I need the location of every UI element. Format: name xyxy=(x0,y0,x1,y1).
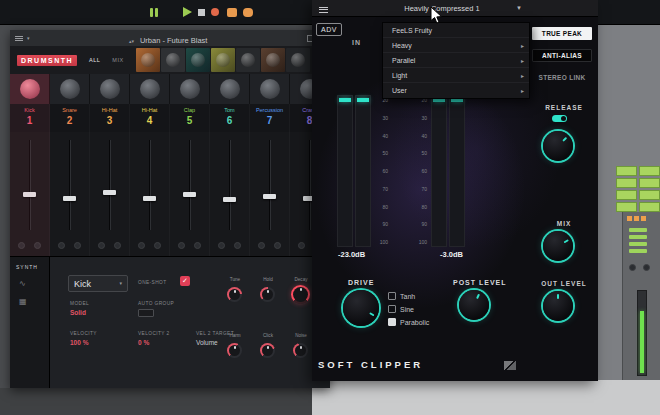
mixer-send[interactable] xyxy=(629,242,647,246)
kit-thumbnail[interactable] xyxy=(186,48,210,72)
mixer-knob[interactable] xyxy=(629,264,636,271)
hamburger-menu-icon[interactable] xyxy=(319,5,328,14)
preset-prev-next-icon[interactable]: ▴▾ xyxy=(129,38,135,44)
menu-item-feels-fruity[interactable]: FeeLS Fruity xyxy=(383,23,529,38)
preset-dropdown-icon[interactable]: ▼ xyxy=(516,5,522,11)
channel-knob[interactable] xyxy=(178,242,185,249)
vel2-target-value[interactable]: Volume xyxy=(196,339,218,346)
pad-percussion[interactable] xyxy=(250,74,290,104)
channel-knob[interactable] xyxy=(98,242,105,249)
record-icon[interactable] xyxy=(211,8,219,16)
tab-all[interactable]: ALL xyxy=(89,57,100,63)
instrument-selector[interactable]: Kick ▾ xyxy=(68,275,128,292)
model-value[interactable]: Solid xyxy=(70,309,86,316)
channel-label[interactable]: Snare2 xyxy=(50,104,90,132)
wave-icon[interactable]: ∿ xyxy=(19,279,26,288)
song-mode-icon[interactable] xyxy=(243,8,253,17)
noise-knob[interactable] xyxy=(293,343,308,358)
pad-hihat-2[interactable] xyxy=(130,74,170,104)
playlist-clip[interactable] xyxy=(639,202,660,212)
playlist-clip[interactable] xyxy=(616,166,637,176)
one-shot-checkbox[interactable]: ✓ xyxy=(180,276,190,286)
mixer-knob[interactable] xyxy=(643,264,650,271)
checkbox-icon[interactable] xyxy=(388,305,396,313)
decay-knob[interactable] xyxy=(291,285,310,304)
menu-item-light[interactable]: Light▸ xyxy=(383,68,529,83)
pad-hihat-1[interactable] xyxy=(90,74,130,104)
fader-handle[interactable] xyxy=(223,197,236,202)
channel-label[interactable]: Tom6 xyxy=(210,104,250,132)
mixer-button[interactable] xyxy=(641,216,646,221)
tab-synth[interactable]: SYNTH xyxy=(16,264,38,270)
mixer-button[interactable] xyxy=(634,216,639,221)
post-level-knob[interactable] xyxy=(459,290,489,320)
plugin-menu-icon[interactable] xyxy=(15,35,23,42)
release-knob[interactable] xyxy=(543,131,573,161)
true-peak-button[interactable]: TRUE PEAK xyxy=(532,27,592,40)
adv-button[interactable]: ADV xyxy=(316,23,342,36)
playlist-clip[interactable] xyxy=(616,178,637,188)
out-level-knob[interactable] xyxy=(543,291,573,321)
kit-thumbnail[interactable] xyxy=(136,48,160,72)
fader-handle[interactable] xyxy=(103,190,116,195)
channel-knob[interactable] xyxy=(194,242,201,249)
menu-item-heavy[interactable]: Heavy▸ xyxy=(383,38,529,53)
drumsynth-titlebar[interactable]: ▾ ▴▾ Urban - Future Blast xyxy=(10,30,330,46)
kit-thumbnail[interactable] xyxy=(236,48,260,72)
channel-knob[interactable] xyxy=(298,242,305,249)
anti-alias-button[interactable]: ANTI-ALIAS xyxy=(532,49,592,62)
channel-label[interactable]: Hi-Hat3 xyxy=(90,104,130,132)
playlist-clip[interactable] xyxy=(616,190,637,200)
channel-knob[interactable] xyxy=(114,242,121,249)
mixer-button[interactable] xyxy=(627,216,632,221)
harm-knob[interactable] xyxy=(227,343,242,358)
pad-snare[interactable] xyxy=(50,74,90,104)
drum-preset-name[interactable]: Urban - Future Blast xyxy=(140,36,208,45)
channel-knob[interactable] xyxy=(234,242,241,249)
channel-knob[interactable] xyxy=(274,242,281,249)
fader-handle[interactable] xyxy=(263,194,276,199)
channel-knob[interactable] xyxy=(258,242,265,249)
pad-kick[interactable] xyxy=(10,74,50,104)
pad-tom[interactable] xyxy=(210,74,250,104)
fader-handle[interactable] xyxy=(63,196,76,201)
mixer-send[interactable] xyxy=(629,249,647,253)
stop-icon[interactable] xyxy=(198,9,205,16)
playlist-clip[interactable] xyxy=(616,202,637,212)
chevron-down-icon[interactable]: ▾ xyxy=(27,36,30,41)
play-icon[interactable] xyxy=(183,7,192,17)
clipper-titlebar[interactable]: Heavily Compressed 1 ▼ xyxy=(312,0,598,17)
menu-item-user[interactable]: User▸ xyxy=(383,83,529,98)
channel-label[interactable]: Clap5 xyxy=(170,104,210,132)
channel-knob[interactable] xyxy=(58,242,65,249)
pad-clap[interactable] xyxy=(170,74,210,104)
kit-thumbnail[interactable] xyxy=(161,48,185,72)
playlist-clips[interactable] xyxy=(616,166,660,212)
playlist-clip[interactable] xyxy=(639,166,660,176)
mixer-send[interactable] xyxy=(629,235,647,239)
checkbox-icon[interactable] xyxy=(388,318,396,326)
channel-knob[interactable] xyxy=(218,242,225,249)
playlist-clip[interactable] xyxy=(639,190,660,200)
auto-group-toggle[interactable] xyxy=(138,309,154,317)
kit-thumbnail[interactable] xyxy=(261,48,285,72)
fader-handle[interactable] xyxy=(183,192,196,197)
tab-mix[interactable]: MIX xyxy=(112,57,123,63)
velocity2-value[interactable]: 0 % xyxy=(138,339,149,346)
menu-item-parallel[interactable]: Parallel▸ xyxy=(383,53,529,68)
fader-handle[interactable] xyxy=(143,196,156,201)
pattern-mode-icon[interactable] xyxy=(227,8,237,17)
tune-knob[interactable] xyxy=(227,287,242,302)
checkbox-icon[interactable] xyxy=(388,292,396,300)
grid-icon[interactable]: ▦ xyxy=(19,297,27,306)
shape-sine[interactable]: Sine xyxy=(388,305,414,313)
stereo-link-button[interactable]: STEREO LINK xyxy=(530,71,594,84)
mixer-send[interactable] xyxy=(629,228,647,232)
shape-parabolic[interactable]: Parabolic xyxy=(388,318,429,326)
shape-tanh[interactable]: Tanh xyxy=(388,292,415,300)
kit-thumbnail[interactable] xyxy=(211,48,235,72)
release-toggle[interactable] xyxy=(552,115,567,122)
kit-thumbnail[interactable] xyxy=(286,48,310,72)
channel-label[interactable]: Percussion7 xyxy=(250,104,290,132)
channel-knob[interactable] xyxy=(154,242,161,249)
